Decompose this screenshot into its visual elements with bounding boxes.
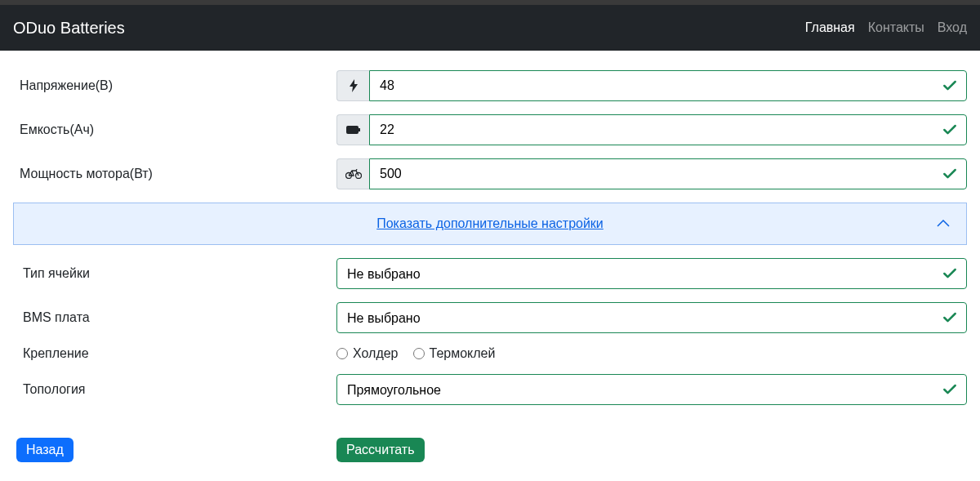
form-container: Напряжение(В) Емкость(Ач) Мощность мотор… — [0, 51, 980, 475]
mount-radio-holder-label: Холдер — [353, 346, 399, 361]
navbar: ODuo Batteries Главная Контакты Вход — [0, 5, 980, 51]
power-input[interactable] — [369, 158, 967, 189]
bms-label: BMS плата — [13, 310, 336, 325]
bms-select[interactable]: Не выбрано — [336, 302, 967, 333]
bms-row: BMS плата Не выбрано — [13, 302, 967, 333]
mount-radio-glue-input[interactable] — [413, 348, 425, 359]
chevron-up-icon — [937, 220, 950, 228]
back-button[interactable]: Назад — [16, 438, 74, 462]
mount-radio-glue[interactable]: Термоклей — [413, 346, 496, 361]
power-input-group — [336, 158, 967, 189]
power-row: Мощность мотора(Вт) — [13, 158, 967, 189]
voltage-input-group — [336, 70, 967, 101]
mount-radio-holder-input[interactable] — [336, 348, 348, 359]
mount-radio-glue-label: Термоклей — [430, 346, 496, 361]
voltage-input[interactable] — [369, 70, 967, 101]
voltage-label: Напряжение(В) — [13, 78, 336, 93]
capacity-row: Емкость(Ач) — [13, 114, 967, 145]
bolt-icon — [336, 70, 369, 101]
calculate-button[interactable]: Рассчитать — [336, 438, 425, 462]
nav-login[interactable]: Вход — [938, 20, 967, 35]
topology-select[interactable]: Прямоугольное — [336, 374, 967, 405]
capacity-input[interactable] — [369, 114, 967, 145]
svg-rect-1 — [359, 128, 360, 131]
capacity-label: Емкость(Ач) — [13, 122, 336, 137]
accordion-toggle[interactable]: Показать дополнительные настройки — [13, 203, 967, 245]
mount-row: Крепление Холдер Термоклей — [13, 346, 967, 361]
topology-row: Топология Прямоугольное — [13, 374, 967, 405]
nav-contacts[interactable]: Контакты — [868, 20, 924, 35]
brand[interactable]: ODuo Batteries — [13, 19, 125, 38]
capacity-input-group — [336, 114, 967, 145]
power-label: Мощность мотора(Вт) — [13, 167, 336, 181]
svg-rect-0 — [346, 126, 359, 134]
mount-label: Крепление — [13, 346, 336, 361]
svg-point-3 — [355, 173, 361, 179]
button-row: Назад Рассчитать — [13, 438, 967, 462]
cell-type-label: Тип ячейки — [13, 266, 336, 281]
mount-radio-group: Холдер Термоклей — [336, 346, 967, 361]
mount-radio-holder[interactable]: Холдер — [336, 346, 399, 361]
voltage-row: Напряжение(В) — [13, 70, 967, 101]
topology-label: Топология — [13, 382, 336, 397]
accordion-title: Показать дополнительные настройки — [27, 216, 953, 231]
cell-type-row: Тип ячейки Не выбрано — [13, 258, 967, 289]
nav-home[interactable]: Главная — [805, 20, 855, 35]
nav-links: Главная Контакты Вход — [805, 20, 967, 35]
cell-type-select[interactable]: Не выбрано — [336, 258, 967, 289]
battery-icon — [336, 114, 369, 145]
bicycle-icon — [336, 158, 369, 189]
